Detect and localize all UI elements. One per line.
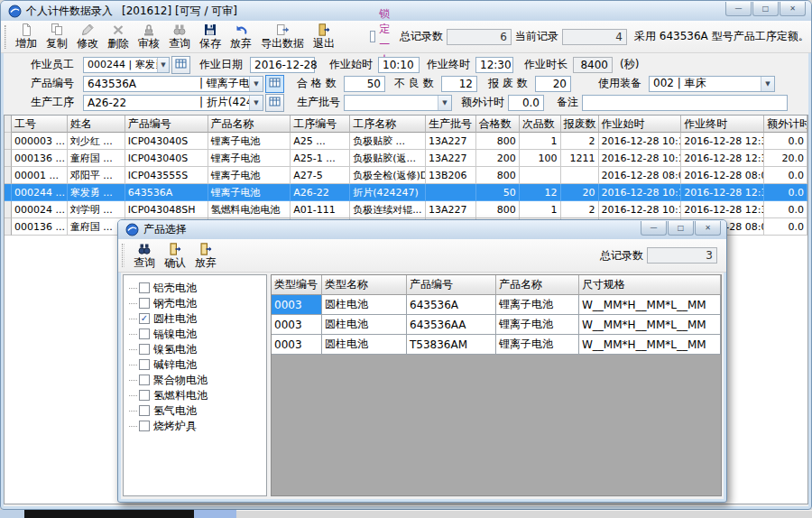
column-header[interactable]: 作业终时 bbox=[681, 116, 764, 133]
tree-item[interactable]: 烧烤炉具 bbox=[129, 419, 264, 433]
dropdown-arrow-icon[interactable]: ▼ bbox=[438, 96, 451, 110]
exit-button[interactable]: 退出 bbox=[309, 22, 339, 51]
minimize-button[interactable]: — bbox=[725, 2, 752, 16]
process-combo[interactable]: A26-22 | 折片(424247) ▼ bbox=[83, 95, 263, 111]
defect-input[interactable]: 12 bbox=[441, 76, 477, 92]
row-selector[interactable] bbox=[5, 218, 12, 236]
tree-connector bbox=[129, 288, 137, 289]
grid-picker-icon bbox=[175, 58, 187, 72]
product-combo[interactable]: 643536A | 锂离子电池 ▼ bbox=[83, 76, 263, 92]
column-header[interactable]: 类型名称 bbox=[322, 275, 407, 295]
tree-item[interactable]: 钢壳电池 bbox=[129, 296, 264, 310]
dropdown-arrow-icon[interactable]: ▼ bbox=[249, 77, 263, 91]
tree-item[interactable]: 氢燃料电池 bbox=[129, 388, 264, 402]
tree-item[interactable]: ✓圆柱电池 bbox=[129, 311, 264, 326]
table-row[interactable]: 000244 ...寒发勇 ...643536A锂离子电池A26-22折片(42… bbox=[5, 184, 807, 201]
end-time-input[interactable]: 12:30 bbox=[475, 57, 513, 73]
column-header[interactable]: 产品编号 bbox=[407, 275, 496, 295]
modify-button[interactable]: 修改 bbox=[72, 22, 103, 51]
checkbox-icon[interactable] bbox=[139, 328, 150, 339]
dialog-close-button[interactable]: ✕ bbox=[695, 221, 721, 236]
checkbox-icon[interactable] bbox=[139, 375, 150, 385]
table-row[interactable]: 000136 ...童府国 ...ICP043040S锂离子电池A25-1 ..… bbox=[5, 150, 807, 167]
column-header[interactable]: 工序名称 bbox=[350, 116, 426, 133]
process-picker-button[interactable] bbox=[265, 94, 284, 112]
save-button[interactable]: 保存 bbox=[195, 22, 226, 51]
table-row[interactable]: 0003圆柱电池643536AA锂离子电池W__MM*H__MM*L__MM bbox=[272, 315, 721, 335]
checkbox-icon[interactable] bbox=[370, 31, 375, 42]
checkbox-icon[interactable] bbox=[139, 344, 150, 355]
column-header[interactable]: 产品编号 bbox=[125, 116, 208, 133]
checkbox-icon[interactable] bbox=[139, 282, 150, 293]
table-row[interactable]: 000024 ...刘学明 ...ICP043048SH氢燃料电池电池A01-1… bbox=[5, 201, 807, 218]
export-data-button[interactable]: 导出数据 bbox=[256, 22, 309, 51]
column-header[interactable]: 作业始时 bbox=[599, 116, 682, 133]
tree-item[interactable]: 镍氢电池 bbox=[129, 342, 264, 356]
checkbox-icon[interactable]: ✓ bbox=[139, 313, 150, 324]
work-date-input[interactable]: 2016-12-28 bbox=[250, 57, 315, 73]
row-selector[interactable] bbox=[5, 184, 12, 201]
tree-item[interactable]: 铝壳电池 bbox=[129, 281, 264, 295]
table-cell: 锂离子电池 bbox=[208, 150, 291, 167]
extra-time-input[interactable]: 0.0 bbox=[508, 95, 544, 111]
scrap-input[interactable]: 20 bbox=[535, 76, 571, 92]
column-header[interactable]: 工号 bbox=[12, 116, 68, 133]
quota-note: 采用 643536A 型号产品工序定额。 bbox=[634, 29, 809, 44]
table-row[interactable]: 0003圆柱电池T53836AM锂离子电池W__MM*H__MM*L__MM bbox=[272, 335, 721, 355]
dialog-total-records-field: 3 bbox=[647, 247, 717, 264]
table-row[interactable]: 00001 ...邓阳平 ...ICP043555S锂离子电池A27-5负极全检… bbox=[5, 167, 807, 184]
audit-button[interactable]: 审核 bbox=[134, 22, 164, 51]
column-header[interactable]: 产品名称 bbox=[496, 275, 579, 295]
process-label: 生产工序 bbox=[31, 95, 83, 110]
dropdown-arrow-icon[interactable]: ▼ bbox=[249, 96, 263, 110]
dialog-maximize-button[interactable]: □ bbox=[668, 221, 694, 236]
start-time-input[interactable]: 10:10 bbox=[378, 57, 420, 73]
worker-combo[interactable]: 000244 | 寒发勇 ▼ bbox=[83, 57, 170, 73]
dialog-minimize-button[interactable]: — bbox=[641, 221, 667, 236]
row-selector[interactable] bbox=[5, 133, 12, 150]
batch-combo[interactable]: ▼ bbox=[344, 95, 452, 111]
column-header[interactable]: 工序编号 bbox=[291, 116, 350, 133]
qualified-input[interactable]: 50 bbox=[344, 76, 385, 92]
delete-button[interactable]: 删除 bbox=[103, 22, 134, 51]
column-header[interactable]: 姓名 bbox=[68, 116, 125, 133]
add-button[interactable]: 增加 bbox=[11, 22, 42, 51]
column-header[interactable]: 合格数 bbox=[476, 116, 520, 133]
dropdown-arrow-icon[interactable]: ▼ bbox=[761, 77, 774, 91]
close-button[interactable]: ✕ bbox=[780, 2, 806, 16]
dialog-abandon-button[interactable]: 放弃 bbox=[190, 241, 221, 271]
row-selector[interactable] bbox=[5, 201, 12, 218]
checkbox-icon[interactable] bbox=[139, 298, 150, 309]
table-cell: A27-5 bbox=[291, 167, 350, 184]
abandon-button[interactable]: 放弃 bbox=[226, 22, 256, 51]
remark-input[interactable] bbox=[582, 95, 788, 111]
column-header[interactable]: 报废数 bbox=[561, 116, 599, 133]
worker-picker-button[interactable] bbox=[171, 56, 190, 74]
column-header[interactable]: 生产批号 bbox=[426, 116, 476, 133]
checkbox-icon[interactable] bbox=[139, 390, 150, 401]
table-row[interactable]: 0003圆柱电池643536A锂离子电池W__MM*H__MM*L__MM bbox=[272, 295, 721, 315]
column-header[interactable]: 类型编号 bbox=[272, 275, 322, 295]
column-header[interactable]: 额外计时 bbox=[764, 116, 807, 133]
checkbox-icon[interactable] bbox=[139, 359, 150, 370]
column-header[interactable]: 尺寸规格 bbox=[579, 275, 721, 295]
checkbox-icon[interactable] bbox=[139, 405, 150, 416]
equipment-combo[interactable]: 002 | 車床 ▼ bbox=[649, 76, 775, 92]
table-row[interactable]: 000003 ...刘少红 ...ICP043040S锂离子电池A25 ...负… bbox=[5, 133, 807, 150]
product-picker-button[interactable] bbox=[265, 75, 284, 93]
column-header[interactable]: 次品数 bbox=[520, 116, 561, 133]
copy-button[interactable]: 复制 bbox=[42, 22, 72, 51]
checkbox-icon[interactable] bbox=[139, 421, 150, 431]
column-header[interactable]: 产品名称 bbox=[208, 116, 291, 133]
dialog-query-button[interactable]: 查询 bbox=[129, 241, 160, 271]
tree-item[interactable]: 碱锌电池 bbox=[129, 357, 264, 372]
query-button[interactable]: 查询 bbox=[164, 22, 195, 51]
tree-item[interactable]: 镉镍电池 bbox=[129, 327, 264, 341]
row-selector[interactable] bbox=[5, 150, 12, 167]
dropdown-arrow-icon[interactable]: ▼ bbox=[157, 58, 169, 72]
tree-item[interactable]: 聚合物电池 bbox=[129, 373, 264, 387]
row-selector[interactable] bbox=[5, 167, 12, 184]
tree-item[interactable]: 氢气电池 bbox=[129, 403, 264, 418]
maximize-button[interactable]: □ bbox=[752, 2, 779, 16]
dialog-confirm-button[interactable]: 确认 bbox=[160, 241, 190, 271]
